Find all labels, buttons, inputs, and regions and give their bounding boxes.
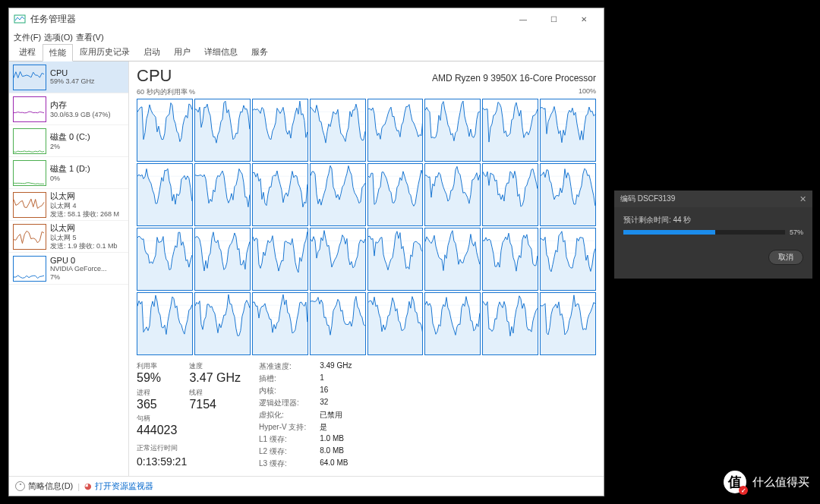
core-chart-30 <box>482 292 538 355</box>
fewer-details-button[interactable]: ˄ 简略信息(D) <box>15 480 73 492</box>
close-button[interactable]: ✕ <box>569 10 599 28</box>
sidebar-title: CPU <box>50 68 125 77</box>
sidebar-item-3[interactable]: 磁盘 1 (D:)0% <box>9 157 128 189</box>
core-chart-10 <box>252 163 308 226</box>
core-chart-18 <box>252 228 308 291</box>
cancel-button[interactable]: 取消 <box>768 250 803 265</box>
divider: | <box>77 482 80 491</box>
stat-key-4: 虚拟化: <box>259 410 306 421</box>
tab-details[interactable]: 详细信息 <box>197 43 244 61</box>
speed-value: 3.47 GHz <box>189 371 241 385</box>
core-chart-5 <box>424 99 481 162</box>
chart-right-label: 100% <box>579 87 596 97</box>
stat-val-6: 1.0 MB <box>320 434 352 445</box>
core-chart-9 <box>194 163 251 226</box>
cpu-stats: 利用率59% 速度3.47 GHz 进程365 线程7154 句柄444023 … <box>137 361 596 469</box>
core-chart-16 <box>137 228 193 291</box>
menu-options[interactable]: 选项(O) <box>44 32 73 43</box>
sidebar-item-0[interactable]: CPU59% 3.47 GHz <box>9 61 128 93</box>
stat-key-0: 基准速度: <box>259 361 306 372</box>
watermark-badge: 值 <box>724 471 746 493</box>
uptime-value: 0:13:59:21 <box>137 455 241 469</box>
stat-val-0: 3.49 GHz <box>320 361 352 372</box>
stat-key-3: 逻辑处理器: <box>259 398 306 408</box>
sidebar-thumb <box>13 96 46 122</box>
sidebar-sub2: 7% <box>50 273 125 282</box>
stat-key-7: L2 缓存: <box>259 446 306 457</box>
stat-val-7: 8.0 MB <box>320 446 352 457</box>
sidebar-item-1[interactable]: 内存30.0/63.9 GB (47%) <box>9 93 128 125</box>
tab-services[interactable]: 服务 <box>244 43 275 61</box>
core-chart-2 <box>252 99 308 162</box>
chart-left-label: 60 秒内的利用率 % <box>137 87 195 97</box>
sidebar-sub1: 59% 3.47 GHz <box>50 77 125 86</box>
tab-app-history[interactable]: 应用历史记录 <box>73 43 137 61</box>
sidebar-thumb <box>13 128 46 154</box>
sidebar-item-4[interactable]: 以太网以太网 4发送: 58.1 接收: 268 M <box>9 189 128 221</box>
encoding-titlebar[interactable]: 编码 DSCF3139 ✕ <box>614 191 812 207</box>
stat-key-2: 内核: <box>259 386 306 396</box>
footer: ˄ 简略信息(D) | ◕ 打开资源监视器 <box>9 476 604 496</box>
uptime-label: 正常运行时间 <box>137 443 241 455</box>
watermark: 值 什么值得买 <box>724 471 809 493</box>
tab-users[interactable]: 用户 <box>167 43 197 61</box>
close-icon[interactable]: ✕ <box>800 194 806 204</box>
sidebar-title: 以太网 <box>50 222 125 234</box>
core-chart-7 <box>540 99 596 162</box>
sidebar-title: 以太网 <box>50 191 125 202</box>
eta-label: 预计剩余时间: 44 秒 <box>623 215 803 225</box>
tab-startup[interactable]: 启动 <box>137 43 167 61</box>
core-chart-19 <box>310 228 366 291</box>
stat-val-4: 已禁用 <box>320 410 352 421</box>
sidebar-title: 磁盘 1 (D:) <box>50 163 125 175</box>
sidebar-sub1: 以太网 5 <box>50 234 125 242</box>
tab-performance[interactable]: 性能 <box>43 44 73 61</box>
core-chart-21 <box>424 228 481 291</box>
proc-label: 进程 <box>137 388 177 398</box>
core-chart-29 <box>424 292 481 355</box>
core-chart-13 <box>424 163 481 226</box>
sidebar-item-2[interactable]: 磁盘 0 (C:)2% <box>9 125 128 157</box>
sidebar-thumb <box>13 256 46 282</box>
core-chart-24 <box>137 292 193 355</box>
progress-fill <box>623 230 715 235</box>
encoding-dialog: 编码 DSCF3139 ✕ 预计剩余时间: 44 秒 57% 取消 <box>614 191 812 279</box>
performance-sidebar: CPU59% 3.47 GHz内存30.0/63.9 GB (47%)磁盘 0 … <box>9 61 129 476</box>
menubar: 文件(F) 选项(O) 查看(V) <box>9 30 604 45</box>
sidebar-title: 内存 <box>50 99 125 111</box>
hnd-label: 句柄 <box>137 414 177 424</box>
core-chart-6 <box>482 99 538 162</box>
sidebar-sub1: NVIDIA GeForce... <box>50 265 125 273</box>
sidebar-sub1: 以太网 4 <box>50 202 125 210</box>
tab-processes[interactable]: 进程 <box>12 43 43 61</box>
taskmgr-icon <box>14 13 26 25</box>
sidebar-title: 磁盘 0 (C:) <box>50 131 125 143</box>
open-resource-monitor-link[interactable]: ◕ 打开资源监视器 <box>84 480 153 492</box>
maximize-button[interactable]: ☐ <box>538 10 569 28</box>
core-chart-25 <box>194 292 251 355</box>
task-manager-window: 任务管理器 — ☐ ✕ 文件(F) 选项(O) 查看(V) 进程 性能 应用历史… <box>8 8 604 496</box>
util-label: 利用率 <box>137 361 177 371</box>
minimize-button[interactable]: — <box>508 10 538 28</box>
sidebar-sub1: 0% <box>50 175 125 183</box>
sidebar-item-5[interactable]: 以太网以太网 5发送: 1.9 接收: 0.1 Mb <box>9 221 128 253</box>
menu-file[interactable]: 文件(F) <box>14 32 41 43</box>
cpu-model: AMD Ryzen 9 3950X 16-Core Processor <box>432 73 596 83</box>
core-chart-22 <box>482 228 538 291</box>
window-title: 任务管理器 <box>30 13 76 26</box>
stat-val-8: 64.0 MB <box>320 458 352 469</box>
core-chart-23 <box>540 228 596 291</box>
core-chart-28 <box>367 292 424 355</box>
stat-val-2: 16 <box>320 386 352 396</box>
sidebar-item-6[interactable]: GPU 0NVIDIA GeForce...7% <box>9 253 128 285</box>
stat-key-8: L3 缓存: <box>259 458 306 469</box>
resource-monitor-icon: ◕ <box>84 481 92 491</box>
core-chart-8 <box>137 163 193 226</box>
hnd-value: 444023 <box>137 424 177 437</box>
titlebar[interactable]: 任务管理器 — ☐ ✕ <box>9 8 604 30</box>
core-chart-0 <box>137 99 193 162</box>
menu-view[interactable]: 查看(V) <box>76 32 104 43</box>
sidebar-thumb <box>13 192 46 218</box>
sidebar-sub1: 30.0/63.9 GB (47%) <box>50 111 125 119</box>
speed-label: 速度 <box>189 361 241 371</box>
